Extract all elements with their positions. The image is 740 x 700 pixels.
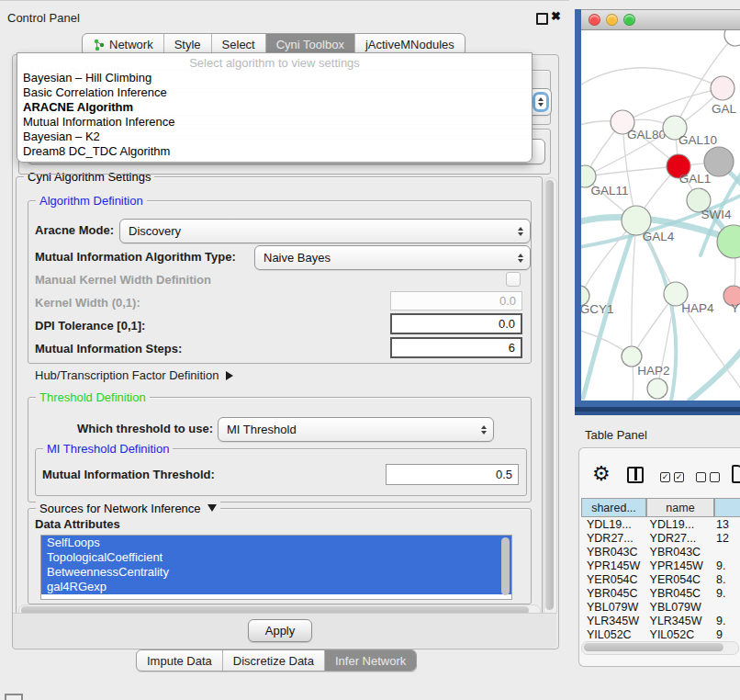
column-header-partial[interactable] [714, 498, 740, 517]
attributes-scrollbar-thumb[interactable] [501, 537, 510, 595]
network-view-window: GALGAL80GAL10GAL1GAL11SWI4GAL4GCY1HAP4YH… [575, 9, 740, 407]
attribute-item[interactable]: SelfLoops [41, 536, 511, 550]
select-all-checks-icon[interactable]: ✓✓ [660, 472, 684, 482]
network-edge[interactable] [585, 166, 678, 176]
dropdown-item[interactable]: ARACNE Algorithm [17, 100, 532, 115]
table-row[interactable]: YBL079WYBL079W [581, 600, 740, 614]
network-node[interactable] [647, 378, 667, 399]
aracne-mode-spinner [518, 227, 523, 236]
table-cell: YIL052C [646, 628, 710, 641]
table-cell: 9 [709, 628, 740, 641]
deselect-checks-icon[interactable] [696, 472, 720, 482]
table-row[interactable]: YPR145WYPR145W9. [581, 559, 740, 572]
split-columns-icon[interactable] [627, 467, 644, 483]
minimize-window-light[interactable] [606, 14, 618, 26]
table-row[interactable]: YBR045CYBR045C9. [581, 586, 740, 600]
dpi-tolerance-label: DPI Tolerance [0,1]: [35, 319, 145, 333]
dropdown-item[interactable]: Mutual Information Inference [17, 115, 532, 130]
settings-scrollbar[interactable] [544, 177, 557, 617]
settings-gear-icon[interactable]: ⚙ [592, 462, 611, 486]
bottom-tab-discretize-data[interactable]: Discretize Data [223, 650, 325, 671]
apply-button[interactable]: Apply [248, 619, 312, 642]
dpi-tolerance-field[interactable]: 0.0 [390, 313, 522, 334]
aracne-mode-value: Discovery [129, 224, 181, 238]
hub-definition-label: Hub/Transcription Factor Definition [35, 368, 219, 382]
aracne-mode-combo[interactable]: Discovery [119, 219, 531, 243]
mi-type-combo[interactable]: Naive Bayes [254, 245, 531, 270]
table-row[interactable]: YBR043CYBR043C [581, 545, 740, 559]
tab-label: Style [174, 38, 201, 51]
mi-steps-field[interactable]: 6 [390, 337, 522, 358]
application-window: Control Panel ✖ NetworkStyleSelectCyni T… [0, 0, 740, 700]
kernel-width-label: Kernel Width (0,1): [35, 296, 140, 310]
table-row[interactable]: YIL052CYIL052C9 [581, 627, 740, 641]
table-cell: YDR27... [581, 532, 646, 545]
column-header-shared...[interactable]: shared... [581, 498, 646, 517]
network-node[interactable] [724, 30, 740, 46]
table-cell: YPR145W [581, 559, 646, 572]
table-row[interactable]: YDR27...YDR27...12 [581, 531, 740, 545]
table-cell: YDL19... [646, 518, 710, 531]
column-header-name[interactable]: name [646, 498, 714, 517]
mi-threshold-group-title: MI Threshold Definition [43, 442, 173, 456]
node-label: GCY1 [581, 302, 613, 316]
attribute-item[interactable]: TopologicalCoefficient [41, 550, 511, 565]
network-window-titlebar[interactable] [581, 9, 740, 30]
minimized-panel-icon[interactable] [5, 694, 23, 700]
dropdown-item[interactable]: Dream8 DC_TDC Algorithm [17, 144, 532, 159]
which-threshold-combo[interactable]: MI Threshold [218, 417, 494, 442]
combo-focus-spinner[interactable] [535, 95, 546, 109]
table-hscrollbar[interactable] [581, 641, 739, 655]
mi-threshold-field[interactable]: 0.5 [386, 464, 519, 485]
close-icon[interactable]: ✖ [551, 9, 561, 23]
table-cell: YBL079W [646, 601, 710, 614]
network-window-shadow-light [575, 412, 740, 415]
collapse-down-icon [207, 504, 217, 512]
dropdown-item[interactable]: Basic Correlation Inference [17, 85, 532, 100]
network-edge[interactable] [632, 220, 636, 356]
settings-scrollbar-thumb[interactable] [545, 180, 554, 610]
table-cell: 9. [709, 587, 740, 600]
table-hscrollbar-thumb[interactable] [584, 643, 723, 651]
node-label: GAL4 [643, 230, 675, 243]
node-label: HAP2 [637, 364, 669, 378]
table-cell: YPR145W [646, 559, 710, 572]
kernel-width-field[interactable]: 0.0 [390, 291, 522, 310]
algorithm-dropdown-popup: Select algorithm to view settings Bayesi… [17, 52, 533, 163]
manual-kernel-checkbox[interactable] [506, 272, 521, 287]
table-row[interactable]: YLR345WYLR345W9. [581, 614, 740, 627]
network-node-gal[interactable] [711, 76, 734, 100]
dropdown-placeholder: Select algorithm to view settings [17, 56, 532, 71]
table-cell: YDR27... [646, 532, 710, 545]
table-row[interactable]: YER054CYER054C8. [581, 572, 740, 586]
zoom-window-light[interactable] [623, 14, 635, 26]
attribute-item[interactable]: gal4RGexp [41, 580, 511, 594]
dropdown-item[interactable]: Bayesian – K2 [17, 130, 532, 144]
node-label: GAL [712, 102, 737, 116]
bottom-tab-impute-data[interactable]: Impute Data [137, 650, 223, 671]
table-body: YDL19...YDL19...13YDR27...YDR27...12YBR0… [579, 517, 740, 643]
mi-type-label: Mutual Information Algorithm Type: [35, 250, 236, 264]
which-threshold-spinner [481, 425, 487, 435]
dropdown-item[interactable]: Bayesian – Hill Climbing [17, 71, 532, 85]
network-edge-strong[interactable] [690, 338, 740, 401]
attribute-item[interactable]: BetweennessCentrality [41, 565, 511, 580]
network-node[interactable] [704, 147, 734, 176]
bottom-tab-infer-network[interactable]: Infer Network [325, 650, 416, 671]
hub-definition-toggle[interactable]: Hub/Transcription Factor Definition [35, 368, 233, 382]
split-divider [634, 469, 637, 480]
page-icon[interactable] [732, 465, 740, 483]
table-cell: 13 [709, 518, 740, 531]
sources-toggle[interactable]: Sources for Network Inference [36, 502, 220, 515]
data-attributes-list: SelfLoopsTopologicalCoefficientBetweenne… [40, 535, 512, 600]
table-cell: 8. [709, 573, 740, 586]
close-window-light[interactable] [589, 14, 600, 26]
node-label: HAP4 [681, 301, 714, 315]
network-node[interactable] [717, 225, 740, 258]
tab-label: Select [222, 38, 255, 51]
expand-right-icon [226, 371, 233, 380]
float-window-icon[interactable] [536, 13, 548, 25]
network-edge[interactable] [581, 68, 723, 89]
network-canvas[interactable]: GALGAL80GAL10GAL1GAL11SWI4GAL4GCY1HAP4YH… [581, 30, 740, 401]
table-row[interactable]: YDL19...YDL19...13 [581, 517, 740, 531]
